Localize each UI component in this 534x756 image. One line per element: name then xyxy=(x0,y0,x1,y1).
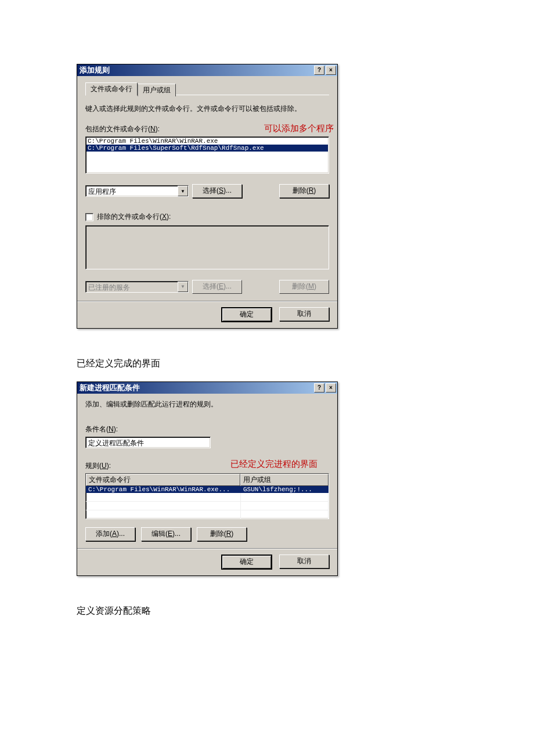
list-item[interactable]: C:\Program Files\SuperSoft\RdfSnap\RdfSn… xyxy=(86,145,328,152)
include-listbox[interactable]: C:\Program Files\WinRAR\WinRAR.exe C:\Pr… xyxy=(85,136,329,174)
select-include-button[interactable]: 选择(S)... xyxy=(192,184,242,198)
exclude-checkbox[interactable]: 排除的文件或命令行(X): xyxy=(85,212,171,222)
chevron-down-icon: ▼ xyxy=(178,186,188,196)
dialog-title: 新建进程匹配条件 xyxy=(80,383,313,393)
caption-defined-complete: 已经定义完成的界面 xyxy=(77,358,349,370)
cancel-button[interactable]: 取消 xyxy=(279,555,329,568)
add-rule-dialog: 添加规则 ? × 文件或命令行 用户或组 键入或选择此规则的文件或命令行。文件或… xyxy=(77,64,338,329)
chevron-down-icon: ▼ xyxy=(178,282,188,292)
dialog-title: 添加规则 xyxy=(80,65,313,75)
edit-button[interactable]: 编辑(E)... xyxy=(141,527,191,541)
caption-resource-policy: 定义资源分配策略 xyxy=(77,605,349,617)
exclude-type-dropdown: 已注册的服务 ▼ xyxy=(85,281,189,293)
remove-include-button[interactable]: 删除(R) xyxy=(279,184,329,198)
table-row xyxy=(86,510,329,519)
rules-table[interactable]: 文件或命令行 用户或组 C:\Program Files\WinRAR\WinR… xyxy=(85,473,329,519)
instruction-text: 键入或选择此规则的文件或命令行。文件或命令行可以被包括或排除。 xyxy=(85,103,329,114)
ok-button[interactable]: 确定 xyxy=(221,307,272,322)
tabs: 文件或命令行 用户或组 xyxy=(85,82,329,95)
table-row[interactable]: C:\Program Files\WinRAR\WinRAR.exe... GS… xyxy=(86,486,329,493)
exclude-listbox xyxy=(85,225,329,269)
instruction-text: 添加、编辑或删除匹配此运行进程的规则。 xyxy=(85,399,329,409)
new-process-match-dialog: 新建进程匹配条件 ? × 添加、编辑或删除匹配此运行进程的规则。 条件名(N):… xyxy=(77,381,338,576)
tab-user-group[interactable]: 用户或组 xyxy=(138,84,176,96)
condition-name-label: 条件名(N): xyxy=(85,424,329,434)
column-header-file[interactable]: 文件或命令行 xyxy=(86,474,240,486)
column-header-user[interactable]: 用户或组 xyxy=(240,474,329,486)
select-exclude-button: 选择(E)... xyxy=(192,280,242,294)
help-button[interactable]: ? xyxy=(314,66,324,75)
close-button[interactable]: × xyxy=(326,66,336,75)
table-row xyxy=(86,502,329,510)
exclude-label: 排除的文件或命令行(X): xyxy=(97,212,171,222)
cancel-button[interactable]: 取消 xyxy=(279,307,329,321)
add-button[interactable]: 添加(A)... xyxy=(85,527,135,541)
annotation-multiple-programs: 可以添加多个程序 xyxy=(264,123,334,134)
include-type-dropdown[interactable]: 应用程序 ▼ xyxy=(85,185,189,197)
titlebar: 添加规则 ? × xyxy=(77,64,337,76)
ok-button[interactable]: 确定 xyxy=(221,555,272,570)
annotation-defined-process-ui: 已经定义完进程的界面 xyxy=(230,459,317,470)
checkbox-box xyxy=(85,213,93,221)
list-item[interactable]: C:\Program Files\WinRAR\WinRAR.exe xyxy=(86,138,328,145)
condition-name-input[interactable]: 定义进程匹配条件 xyxy=(85,437,211,448)
tab-file-cmd[interactable]: 文件或命令行 xyxy=(85,82,138,96)
remove-exclude-button: 删除(M) xyxy=(279,280,329,294)
remove-button[interactable]: 删除(R) xyxy=(197,527,247,541)
close-button[interactable]: × xyxy=(326,383,336,393)
titlebar: 新建进程匹配条件 ? × xyxy=(77,382,337,394)
table-row xyxy=(86,493,329,502)
help-button[interactable]: ? xyxy=(314,383,324,393)
